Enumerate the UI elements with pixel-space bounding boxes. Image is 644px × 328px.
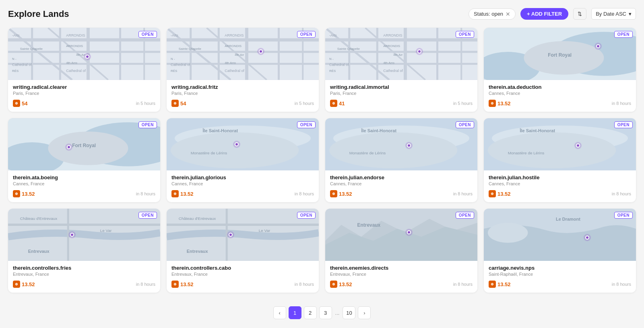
open-badge: OPEN xyxy=(297,31,316,38)
time-label: in 5 hours xyxy=(295,101,314,106)
land-card[interactable]: -Arts ARRONDIS Sainte Chapelle 4th Arr N… xyxy=(167,28,319,112)
page-1-button[interactable]: 1 xyxy=(289,306,301,319)
cards-grid: -Arts ARRONDIS Sainte Chapelle 4th Arr N… xyxy=(8,28,636,293)
card-name: therein.julian.glorious xyxy=(171,174,314,180)
land-card[interactable]: Entrevaux OPEN therein.enemies.directs E… xyxy=(325,209,477,293)
card-name: therein.julian.hostile xyxy=(489,174,631,180)
price-icon: ⊕ xyxy=(489,100,496,107)
card-location: Cannes, France xyxy=(171,181,314,186)
land-card[interactable]: Île Saint-Honorat Monastère de Lérins OP… xyxy=(167,118,319,202)
map-pin xyxy=(574,142,582,149)
open-badge: OPEN xyxy=(138,212,157,219)
map-pin xyxy=(65,144,72,151)
page-3-button[interactable]: 3 xyxy=(319,306,332,319)
svg-text:N -: N - xyxy=(171,57,175,61)
open-badge: OPEN xyxy=(456,212,474,219)
price-value: 13.52 xyxy=(339,191,352,197)
card-name: writing.radical.clearer xyxy=(13,84,155,90)
next-page-button[interactable]: › xyxy=(358,306,371,319)
svg-text:RÉS: RÉS xyxy=(171,69,177,73)
time-label: in 8 hours xyxy=(136,282,155,287)
svg-point-82 xyxy=(329,132,457,168)
svg-text:4th Arro: 4th Arro xyxy=(383,61,394,65)
add-filter-button[interactable]: + ADD FILTER xyxy=(520,8,568,20)
card-name: therein.controllers.fries xyxy=(13,265,155,271)
price-badge: ⊕ 13.52 xyxy=(171,190,194,197)
price-icon: ⊕ xyxy=(171,190,179,197)
svg-text:Sainte Chapelle: Sainte Chapelle xyxy=(20,47,43,51)
card-footer: ⊕ 13.52 in 8 hours xyxy=(13,190,155,197)
status-filter-chip[interactable]: Status: open ✕ xyxy=(469,8,516,20)
svg-text:ARRONDIS: ARRONDIS xyxy=(225,44,242,48)
price-value: 13.52 xyxy=(22,191,35,197)
price-icon: ⊕ xyxy=(489,281,496,288)
page-10-button[interactable]: 10 xyxy=(343,306,355,319)
card-footer: ⊕ 13.52 in 8 hours xyxy=(489,100,631,107)
map-pin xyxy=(405,142,413,149)
svg-text:Cathedral of: Cathedral of xyxy=(12,63,32,67)
svg-text:Cathedral of: Cathedral of xyxy=(171,63,190,67)
card-map: Le Dramont OPEN xyxy=(484,209,636,261)
land-card[interactable]: Château d'Entrevaux Le Var Entrevaux OPE… xyxy=(8,209,160,293)
svg-text:-Arts: -Arts xyxy=(12,33,20,37)
card-map: Fort Royal OPEN xyxy=(8,118,160,170)
filter-chip-label: Status: open xyxy=(474,11,503,17)
land-card[interactable]: -Arts ARRONDIS Sainte Chapelle 4th Arr N… xyxy=(8,28,160,112)
svg-text:Île Saint-Honorat: Île Saint-Honorat xyxy=(361,128,397,133)
svg-text:RÉS: RÉS xyxy=(12,69,19,73)
card-footer: ⊕ 13.52 in 8 hours xyxy=(330,281,473,288)
map-pin xyxy=(84,53,91,60)
card-map: -Arts ARRONDIS Sainte Chapelle 4th Arr N… xyxy=(167,28,319,80)
svg-text:Cathedral of: Cathedral of xyxy=(329,63,349,67)
price-icon: ⊕ xyxy=(171,281,179,288)
price-icon: ⊕ xyxy=(330,281,337,288)
svg-text:RÉS: RÉS xyxy=(329,69,336,73)
card-map: Château d'Entrevaux Le Var Entrevaux OPE… xyxy=(8,209,160,261)
card-name: therein.enemies.directs xyxy=(330,265,473,271)
price-badge: ⊕ 13.52 xyxy=(171,281,194,288)
map-pin xyxy=(594,43,602,50)
card-location: Paris, France xyxy=(330,91,473,96)
sort-icon-button[interactable]: ⇅ xyxy=(573,8,586,20)
land-card[interactable]: -Arts ARRONDIS Sainte Chapelle 4th Arr N… xyxy=(325,28,477,112)
chevron-down-icon: ▾ xyxy=(629,11,632,17)
svg-text:Entrevaux: Entrevaux xyxy=(357,222,381,228)
svg-text:Cathedral of: Cathedral of xyxy=(225,69,244,73)
map-pin xyxy=(68,231,76,238)
card-footer: ⊕ 13.52 in 8 hours xyxy=(171,190,314,197)
svg-text:Entrevaux: Entrevaux xyxy=(187,249,208,254)
land-card[interactable]: Île Saint-Honorat Monastère de Lérins OP… xyxy=(325,118,477,202)
svg-text:Monastère de Lérins: Monastère de Lérins xyxy=(349,151,386,155)
land-card[interactable]: Le Dramont OPEN carriage.nevis.nps Saint… xyxy=(484,209,636,293)
price-value: 13.52 xyxy=(497,191,511,197)
land-card[interactable]: Château d'Entrevaux Le Var Entrevaux OPE… xyxy=(167,209,319,293)
svg-text:ARRONDIS: ARRONDIS xyxy=(383,44,400,48)
open-badge: OPEN xyxy=(456,121,474,128)
svg-point-88 xyxy=(488,132,616,168)
page-2-button[interactable]: 2 xyxy=(304,306,317,319)
price-icon: ⊕ xyxy=(330,190,337,197)
time-label: in 8 hours xyxy=(612,101,631,106)
card-map: -Arts ARRONDIS Sainte Chapelle 4th Arr N… xyxy=(8,28,160,80)
price-value: 41 xyxy=(339,100,345,107)
card-location: Cannes, France xyxy=(489,181,631,186)
map-pin xyxy=(233,141,240,148)
price-value: 13.52 xyxy=(497,281,511,287)
prev-page-button[interactable]: ‹ xyxy=(273,306,286,319)
card-map: Fort Royal OPEN xyxy=(484,28,636,80)
price-value: 13.52 xyxy=(497,100,511,107)
land-card[interactable]: Fort Royal OPEN therein.ata.deduction Ca… xyxy=(484,28,636,112)
card-map: Château d'Entrevaux Le Var Entrevaux OPE… xyxy=(167,209,319,261)
svg-text:ARRONDIS: ARRONDIS xyxy=(225,33,244,37)
land-card[interactable]: Île Saint-Honorat Monastère de Lérins OP… xyxy=(484,118,636,202)
sort-dropdown[interactable]: By Date ASC ▾ xyxy=(591,8,636,20)
card-footer: ⊕ 41 in 5 hours xyxy=(330,100,473,107)
card-map: Île Saint-Honorat Monastère de Lérins OP… xyxy=(325,118,477,170)
price-icon: ⊕ xyxy=(489,190,496,197)
close-icon[interactable]: ✕ xyxy=(506,11,510,17)
svg-text:Fort Royal: Fort Royal xyxy=(548,52,572,58)
card-name: therein.ata.deduction xyxy=(489,84,631,90)
card-name: therein.julian.endorse xyxy=(330,174,473,180)
price-badge: ⊕ 13.52 xyxy=(330,190,352,197)
land-card[interactable]: Fort Royal OPEN therein.ata.boeing Canne… xyxy=(8,118,160,202)
